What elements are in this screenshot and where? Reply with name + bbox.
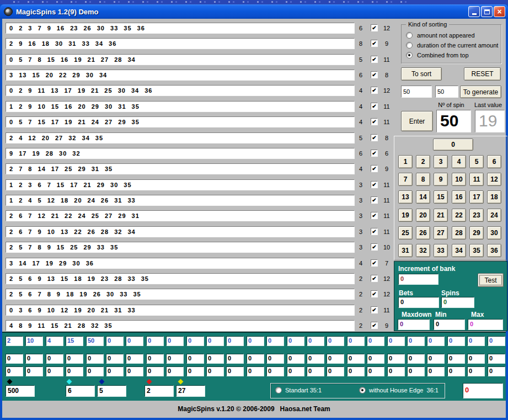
test-button[interactable]: Test [478,273,504,287]
sequence-field[interactable]: 2 5 6 9 13 15 18 19 23 28 33 35 [6,273,355,284]
sorting-radio[interactable] [406,42,413,49]
number-button-29[interactable]: 29 [469,226,484,240]
marker-value-yellow[interactable]: 27 [176,385,205,397]
sequence-field[interactable]: 2 5 6 7 8 9 18 19 26 30 33 35 [6,289,355,300]
bet-grid-cell[interactable]: 0 [387,336,405,346]
sequence-field[interactable]: 1 2 9 10 15 16 20 29 30 31 35 [6,101,355,112]
bet-grid-cell[interactable]: 0 [25,354,43,364]
number-button-17[interactable]: 17 [469,190,484,204]
bet-grid-cell[interactable]: 0 [367,366,384,376]
bet-grid-cell[interactable]: 15 [66,336,83,346]
bet-grid-cell[interactable]: 0 [226,336,244,346]
bet-grid-cell[interactable]: 0 [86,354,104,364]
bet-grid-cell[interactable]: 0 [186,354,204,364]
sequence-field[interactable]: 3 14 17 19 29 30 36 [6,258,355,269]
row-checkbox[interactable]: ✔ [371,40,378,47]
bet-grid-cell[interactable]: 0 [166,354,184,364]
sequence-field[interactable]: 3 13 15 20 22 29 30 34 [6,70,355,81]
sequence-field[interactable]: 2 9 16 18 30 31 33 34 36 [6,38,355,49]
number-button-25[interactable]: 25 [398,226,413,240]
number-button-33[interactable]: 33 [434,244,448,257]
bet-grid-cell[interactable]: 0 [106,336,124,346]
bet-grid-cell[interactable]: 0 [186,336,204,346]
bet-grid-cell[interactable]: 0 [206,336,224,346]
number-button-21[interactable]: 21 [434,209,448,222]
bet-grid-cell[interactable]: 0 [407,366,425,376]
number-button-31[interactable]: 31 [398,244,413,257]
bet-grid-cell[interactable]: 0 [407,336,425,346]
enter-button[interactable]: Enter [401,111,433,131]
row-checkbox[interactable]: ✔ [371,181,378,188]
bet-grid-cell[interactable]: 0 [266,366,284,376]
number-button-35[interactable]: 35 [469,244,484,257]
sequence-field[interactable]: 0 2 3 7 9 16 23 26 30 33 35 36 [6,23,355,34]
bet-grid-cell[interactable]: 0 [427,354,445,364]
generate-count-input-2[interactable]: 50 [435,86,458,98]
bet-grid-cell[interactable]: 0 [327,354,344,364]
number-button-12[interactable]: 12 [487,173,501,186]
row-checkbox[interactable]: ✔ [371,150,378,157]
bet-grid-cell[interactable]: 0 [146,366,164,376]
number-button-36[interactable]: 36 [487,244,501,257]
bet-grid-cell[interactable]: 0 [447,354,465,364]
payout-radio[interactable] [275,387,282,394]
bet-grid-cell[interactable]: 0 [66,354,83,364]
bet-grid-cell[interactable]: 0 [247,336,264,346]
n-of-spin-input[interactable]: 50 [436,110,471,132]
number-button-3[interactable]: 3 [434,155,448,168]
number-button-7[interactable]: 7 [398,173,413,186]
bet-grid-cell[interactable]: 0 [126,354,143,364]
number-button-34[interactable]: 34 [452,244,466,257]
bet-grid-cell[interactable]: 0 [347,366,365,376]
increment-of-bank-input[interactable]: 0 [398,274,439,285]
payout-radio[interactable] [359,387,366,394]
bet-grid-cell[interactable]: 0 [488,366,505,376]
bet-grid-cell[interactable]: 0 [266,354,284,364]
sequence-field[interactable]: 0 3 6 9 10 12 19 20 21 31 33 [6,305,355,316]
number-button-13[interactable]: 13 [398,190,413,204]
bet-grid-cell[interactable]: 0 [166,366,184,376]
number-button-0[interactable]: 0 [433,139,473,151]
row-checkbox[interactable]: ✔ [371,259,378,267]
number-button-19[interactable]: 19 [398,209,413,222]
number-button-26[interactable]: 26 [416,226,430,240]
bet-grid-cell[interactable]: 0 [447,336,465,346]
marker-value-red[interactable]: 2 [145,385,174,397]
bet-grid-cell[interactable]: 0 [327,366,344,376]
sequence-field[interactable]: 2 7 8 14 17 25 29 31 35 [6,163,355,174]
bet-grid-cell[interactable]: 0 [46,354,63,364]
bet-grid-cell[interactable]: 0 [206,366,224,376]
bet-grid-cell[interactable]: 0 [126,366,143,376]
sequence-field[interactable]: 0 5 7 15 17 19 21 24 27 29 35 [6,116,355,127]
bet-grid-cell[interactable]: 0 [447,366,465,376]
sequence-field[interactable]: 4 8 9 11 15 21 28 32 35 [6,320,355,331]
number-button-15[interactable]: 15 [434,190,448,204]
to-generate-button[interactable]: To generate [460,86,501,98]
bet-grid-cell[interactable]: 2 [6,336,23,346]
bet-grid-cell[interactable]: 0 [347,336,365,346]
max-input[interactable]: 0 [468,319,503,330]
bet-grid-cell[interactable]: 0 [226,366,244,376]
row-checkbox[interactable]: ✔ [371,196,378,204]
bet-grid-cell[interactable]: 0 [467,366,485,376]
sequence-field[interactable]: 2 5 7 8 9 15 25 29 33 35 [6,242,355,253]
bets-input[interactable]: 0 [398,297,439,308]
row-checkbox[interactable]: ✔ [371,275,378,282]
sequence-field[interactable]: 2 6 7 12 21 22 24 25 27 29 31 [6,210,355,221]
row-checkbox[interactable]: ✔ [371,24,378,31]
number-button-4[interactable]: 4 [452,155,466,168]
sorting-radio[interactable] [406,52,413,59]
bet-grid-cell[interactable]: 0 [347,354,365,364]
sequence-field[interactable]: 1 2 3 6 7 15 17 21 29 30 35 [6,179,355,190]
row-checkbox[interactable]: ✔ [371,71,378,78]
bet-grid-cell[interactable]: 0 [407,354,425,364]
bet-grid-cell[interactable]: 0 [287,336,304,346]
bet-grid-cell[interactable]: 0 [467,354,485,364]
bet-grid-cell[interactable]: 0 [327,336,344,346]
bet-grid-cell[interactable]: 0 [488,354,505,364]
row-checkbox[interactable]: ✔ [371,165,378,172]
result-field[interactable]: 0 [463,383,503,398]
bet-grid-cell[interactable]: 0 [186,366,204,376]
row-checkbox[interactable]: ✔ [371,290,378,297]
sequence-field[interactable]: 0 5 7 8 15 16 19 21 27 28 34 [6,54,355,65]
